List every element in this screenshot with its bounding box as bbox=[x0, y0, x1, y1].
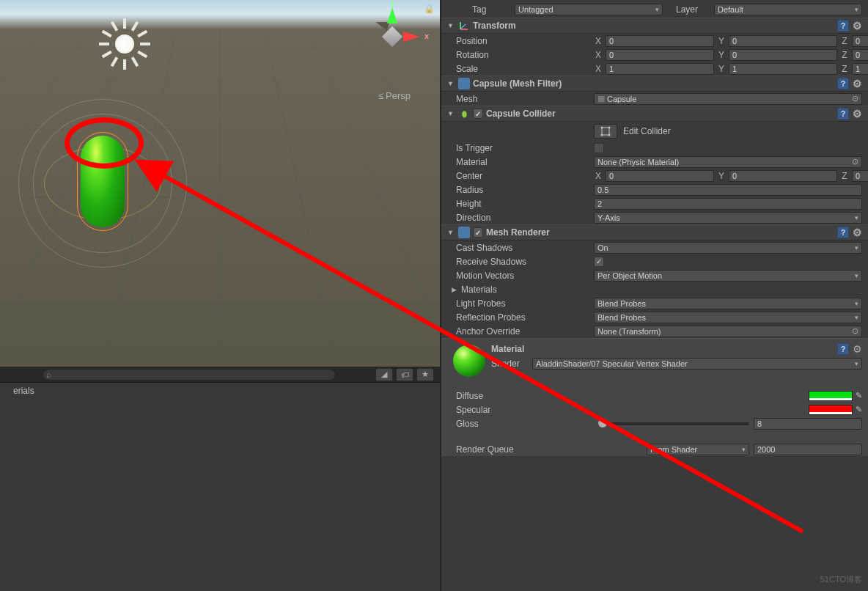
gear-icon[interactable]: ⚙ bbox=[853, 343, 862, 355]
layer-label: Layer bbox=[663, 4, 714, 15]
y-axis-cone[interactable] bbox=[387, 7, 397, 23]
cast-shadows-label: Cast Shadows bbox=[447, 243, 594, 253]
foldout-icon[interactable]: ▼ bbox=[447, 110, 455, 117]
direction-label: Direction bbox=[447, 213, 594, 223]
radius-field[interactable] bbox=[594, 184, 862, 196]
foldout-icon[interactable]: ▶ bbox=[452, 286, 460, 293]
light-probes-label: Light Probes bbox=[447, 298, 594, 309]
height-field[interactable] bbox=[594, 198, 862, 210]
material-title: Material bbox=[491, 344, 837, 354]
render-queue-label: Render Queue bbox=[447, 444, 647, 455]
center-label: Center bbox=[447, 171, 594, 181]
svg-point-5 bbox=[608, 127, 611, 129]
render-queue-dropdown[interactable]: From Shader bbox=[647, 444, 749, 455]
scale-y[interactable] bbox=[729, 63, 837, 75]
foldout-icon[interactable]: ▼ bbox=[447, 80, 455, 87]
scene-gizmo[interactable]: y x bbox=[359, 4, 425, 70]
filter-icon[interactable]: ◢ bbox=[375, 368, 393, 381]
svg-point-7 bbox=[608, 134, 611, 136]
scale-label: Scale bbox=[447, 64, 594, 74]
rotation-x[interactable] bbox=[606, 49, 714, 61]
gloss-value[interactable] bbox=[754, 418, 862, 430]
label-icon[interactable]: 🏷 bbox=[396, 368, 413, 381]
annotation-ellipse bbox=[65, 117, 144, 169]
svg-point-6 bbox=[601, 134, 603, 136]
specular-label: Specular bbox=[447, 405, 809, 415]
motion-vectors-label: Motion Vectors bbox=[447, 271, 594, 281]
svg-line-2 bbox=[460, 24, 466, 29]
renderer-enabled-checkbox[interactable]: ✓ bbox=[473, 227, 483, 238]
favorites-icon[interactable]: ★ bbox=[416, 368, 434, 381]
render-queue-value[interactable] bbox=[754, 444, 862, 455]
collider-title: Capsule Collider bbox=[486, 109, 837, 119]
scene-view[interactable]: 🔒 y x Persp bbox=[0, 0, 440, 367]
help-icon[interactable]: ? bbox=[837, 78, 849, 89]
rotation-z[interactable] bbox=[852, 49, 868, 61]
rotation-label: Rotation bbox=[447, 50, 594, 60]
x-axis-cone[interactable] bbox=[403, 32, 419, 42]
collider-enabled-checkbox[interactable]: ✓ bbox=[473, 109, 483, 119]
gloss-slider[interactable] bbox=[598, 422, 749, 425]
anchor-field[interactable]: None (Transform) bbox=[594, 326, 862, 337]
foldout-icon[interactable]: ▼ bbox=[447, 22, 455, 29]
renderer-title: Mesh Renderer bbox=[486, 227, 837, 238]
phys-material-field[interactable]: None (Physic Material) bbox=[594, 156, 862, 168]
gear-icon[interactable]: ⚙ bbox=[853, 78, 862, 89]
capsule-collider-icon: ⬮ bbox=[458, 108, 470, 120]
shader-dropdown[interactable]: AladdinShader/07 Specular Vertex Shader bbox=[532, 358, 862, 370]
help-icon[interactable]: ? bbox=[837, 20, 849, 32]
help-icon[interactable]: ? bbox=[837, 227, 849, 238]
foldout-icon[interactable]: ▼ bbox=[447, 229, 455, 236]
x-axis-label: x bbox=[424, 32, 429, 40]
edit-collider-button[interactable] bbox=[594, 124, 617, 139]
motion-vectors-dropdown[interactable]: Per Object Motion bbox=[594, 270, 862, 282]
reflection-probes-dropdown[interactable]: Blend Probes bbox=[594, 312, 862, 323]
help-icon[interactable]: ? bbox=[837, 343, 849, 355]
center-z[interactable] bbox=[852, 170, 868, 182]
gear-icon[interactable]: ⚙ bbox=[853, 20, 862, 32]
trigger-label: Is Trigger bbox=[447, 143, 594, 153]
search-input[interactable] bbox=[43, 369, 336, 381]
watermark: 51CTO博客 bbox=[820, 574, 862, 585]
mesh-renderer-icon bbox=[458, 227, 470, 238]
eyedropper-icon[interactable]: ✎ bbox=[856, 405, 862, 414]
material-preview-sphere bbox=[453, 345, 485, 377]
position-z[interactable] bbox=[852, 35, 868, 47]
trigger-checkbox[interactable] bbox=[594, 143, 604, 153]
diffuse-color-field[interactable] bbox=[809, 391, 853, 401]
mesh-label: Mesh bbox=[447, 94, 594, 104]
position-x[interactable] bbox=[606, 35, 714, 47]
light-probes-dropdown[interactable]: Blend Probes bbox=[594, 298, 862, 309]
directional-light-gizmo[interactable] bbox=[99, 18, 150, 70]
receive-shadows-label: Receive Shadows bbox=[447, 257, 594, 267]
anchor-label: Anchor Override bbox=[447, 326, 594, 337]
direction-dropdown[interactable]: Y-Axis bbox=[594, 212, 862, 224]
transform-title: Transform bbox=[473, 21, 837, 31]
position-label: Position bbox=[447, 36, 594, 46]
mesh-field[interactable]: ▦Capsule bbox=[594, 93, 862, 105]
reflection-probes-label: Reflection Probes bbox=[447, 312, 594, 323]
tag-dropdown[interactable]: Untagged bbox=[515, 4, 663, 15]
diffuse-label: Diffuse bbox=[447, 391, 809, 401]
receive-shadows-checkbox[interactable]: ✓ bbox=[594, 257, 604, 267]
scale-x[interactable] bbox=[606, 63, 714, 75]
cast-shadows-dropdown[interactable]: On bbox=[594, 242, 862, 254]
eyedropper-icon[interactable]: ✎ bbox=[856, 391, 862, 400]
gear-icon[interactable]: ⚙ bbox=[853, 108, 862, 120]
mesh-filter-icon bbox=[458, 78, 470, 89]
specular-color-field[interactable] bbox=[809, 405, 853, 415]
projection-label[interactable]: Persp bbox=[378, 90, 411, 101]
height-label: Height bbox=[447, 199, 594, 209]
shader-label: Shader bbox=[491, 359, 532, 369]
scale-z[interactable] bbox=[852, 63, 868, 75]
center-y[interactable] bbox=[729, 170, 837, 182]
position-y[interactable] bbox=[729, 35, 837, 47]
y-axis-label: y bbox=[390, 0, 394, 7]
help-icon[interactable]: ? bbox=[837, 108, 849, 120]
project-tab[interactable]: erials bbox=[6, 383, 42, 398]
layer-dropdown[interactable]: Default bbox=[714, 4, 862, 15]
center-x[interactable] bbox=[606, 170, 714, 182]
gear-icon[interactable]: ⚙ bbox=[853, 227, 862, 238]
rotation-y[interactable] bbox=[729, 49, 837, 61]
project-toolbar: ◢ 🏷 ★ bbox=[0, 367, 440, 383]
